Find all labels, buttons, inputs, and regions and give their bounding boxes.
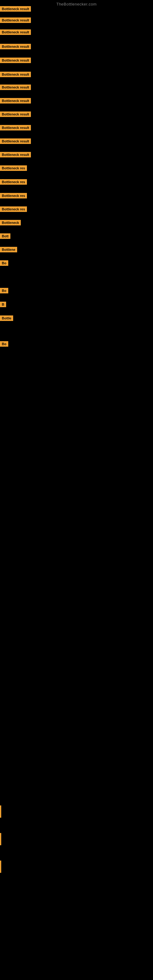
bottleneck-badge-14: Bottleneck res — [0, 193, 27, 199]
vertical-bar-2 — [0, 861, 1, 873]
bottleneck-badge-18: Bottlene — [0, 247, 17, 252]
bottleneck-badge-21: B — [0, 302, 6, 307]
bottleneck-badge-9: Bottleneck result — [0, 125, 31, 130]
bottleneck-badge-4: Bottleneck result — [0, 57, 31, 63]
bottleneck-badge-15: Bottleneck res — [0, 207, 27, 212]
bottleneck-badge-6: Bottleneck result — [0, 84, 31, 90]
bottleneck-badge-8: Bottleneck result — [0, 111, 31, 117]
bottleneck-badge-13: Bottleneck res — [0, 179, 27, 185]
bottleneck-badge-7: Bottleneck result — [0, 98, 31, 103]
vertical-bar-0 — [0, 805, 1, 818]
bottleneck-badge-11: Bottleneck result — [0, 152, 31, 158]
bottleneck-badge-12: Bottleneck res — [0, 165, 27, 171]
vertical-bar-1 — [0, 833, 1, 845]
bottleneck-badge-1: Bottleneck result — [0, 18, 31, 23]
bottleneck-badge-5: Bottleneck result — [0, 72, 31, 77]
bottleneck-badge-10: Bottleneck result — [0, 138, 31, 144]
bottleneck-badge-3: Bottleneck result — [0, 44, 31, 49]
bottleneck-badge-22: Bottle — [0, 315, 13, 321]
bottleneck-badge-19: Bo — [0, 260, 8, 266]
bottleneck-badge-0: Bottleneck result — [0, 6, 31, 12]
bottleneck-badge-23: Bo — [0, 341, 8, 347]
bottleneck-badge-20: Bo — [0, 288, 8, 293]
bottleneck-badge-16: Bottleneck — [0, 220, 21, 225]
bottleneck-badge-2: Bottleneck result — [0, 29, 31, 35]
bottleneck-badge-17: Bott — [0, 233, 10, 239]
